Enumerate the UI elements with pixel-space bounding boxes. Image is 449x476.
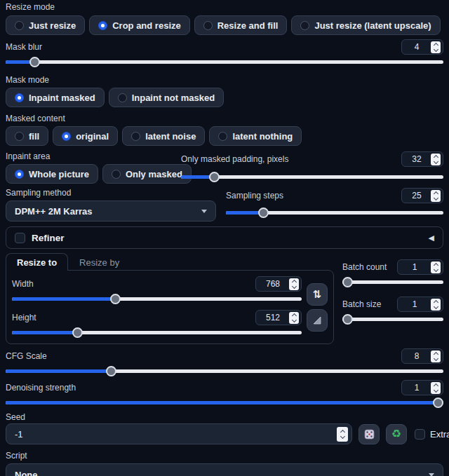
mask-blur-number-input[interactable]: 4 (401, 39, 443, 55)
masked-padding-spinner[interactable] (431, 154, 441, 165)
slider-handle[interactable] (342, 314, 353, 325)
radio-option-whole-picture[interactable]: Whole picture (6, 164, 98, 184)
radio-circle-icon (98, 21, 107, 30)
radio-circle-icon (118, 93, 127, 102)
batch-count-spinner[interactable] (431, 261, 441, 273)
extra-seed-toggle[interactable]: Extra (415, 429, 449, 440)
radio-option-label: Whole picture (29, 169, 89, 179)
script-label: Script (6, 451, 443, 461)
denoising-slider[interactable] (6, 397, 443, 408)
width-slider[interactable] (12, 294, 302, 304)
sampling-steps-spinner[interactable] (431, 190, 441, 202)
tab-resize-to[interactable]: Resize to (6, 253, 68, 271)
masked-padding-slider[interactable] (181, 172, 443, 182)
dice-icon (363, 428, 375, 440)
refiner-checkbox[interactable] (15, 233, 25, 243)
refiner-accordion[interactable]: Refiner ◀ (6, 226, 443, 249)
script-value: None (15, 470, 38, 476)
radio-circle-icon (131, 132, 140, 141)
seed-spinner[interactable] (337, 427, 348, 442)
radio-option-resize-and-fill[interactable]: Resize and fill (194, 15, 288, 35)
batch-size-number-input[interactable]: 1 (397, 297, 443, 312)
height-spinner[interactable] (289, 312, 299, 324)
radio-option-original[interactable]: original (53, 126, 118, 146)
script-dropdown[interactable]: None (6, 463, 443, 476)
height-number-input[interactable]: 512 (255, 310, 302, 325)
cfg-scale-number-input[interactable]: 8 (401, 348, 443, 364)
slider-handle[interactable] (106, 366, 116, 376)
swap-width-height-button[interactable]: ⇅ (307, 283, 328, 306)
slider-handle[interactable] (433, 397, 443, 408)
radio-circle-icon (300, 21, 309, 30)
batch-count-slider[interactable] (342, 277, 443, 287)
spinner-down-icon (433, 266, 438, 271)
radio-option-only-masked[interactable]: Only masked (102, 164, 192, 184)
masked-padding-value: 32 (405, 154, 429, 164)
slider-handle[interactable] (72, 327, 83, 338)
inpaint-settings-panel: Resize mode Just resizeCrop and resizeRe… (0, 0, 449, 476)
slider-handle[interactable] (342, 277, 353, 287)
height-slider[interactable] (12, 327, 302, 338)
mask-mode-label: Mask mode (6, 75, 443, 85)
resize-to-panel: Width 768 Height 512 (6, 270, 334, 344)
width-number-input[interactable]: 768 (255, 276, 302, 292)
sampling-steps-slider[interactable] (226, 208, 443, 218)
extra-label: Extra (430, 429, 449, 440)
refiner-label: Refiner (32, 233, 422, 243)
sampling-steps-number-input[interactable]: 25 (401, 188, 443, 203)
radio-circle-icon (218, 132, 227, 141)
batch-size-slider[interactable] (342, 314, 443, 325)
masked-padding-label: Only masked padding, pixels (181, 154, 288, 164)
seed-input[interactable]: -1 (6, 423, 352, 444)
denoising-strength-label: Denoising strength (6, 383, 76, 393)
random-seed-button[interactable] (358, 424, 380, 444)
slider-handle[interactable] (29, 57, 40, 67)
dimensions-from-image-button[interactable] (307, 309, 328, 332)
spinner-down-icon (433, 304, 438, 308)
mask-blur-slider[interactable] (6, 57, 443, 67)
sampling-steps-value: 25 (405, 191, 429, 200)
spinner-down-icon (291, 283, 296, 288)
denoising-number-input[interactable]: 1 (401, 380, 443, 395)
slider-handle[interactable] (209, 172, 220, 182)
spinner-down-icon (291, 317, 296, 322)
radio-option-label: latent noise (145, 131, 196, 142)
denoising-spinner[interactable] (431, 382, 441, 394)
mask-blur-label: Mask blur (6, 42, 42, 52)
radio-option-just-resize[interactable]: Just resize (6, 15, 85, 35)
reuse-seed-button[interactable]: ♻ (386, 424, 407, 444)
batch-size-spinner[interactable] (431, 299, 441, 311)
cfg-scale-slider[interactable] (6, 366, 443, 376)
spinner-down-icon (433, 355, 438, 360)
radio-option-crop-and-resize[interactable]: Crop and resize (89, 15, 190, 35)
masked-padding-number-input[interactable]: 32 (401, 151, 443, 167)
sampling-method-dropdown[interactable]: DPM++ 2M Karras (6, 200, 216, 222)
spinner-down-icon (433, 46, 438, 51)
accordion-collapse-icon[interactable]: ◀ (429, 233, 434, 243)
sampling-steps-label: Sampling steps (226, 191, 283, 200)
sampling-method-label: Sampling method (6, 188, 216, 198)
extra-checkbox[interactable] (415, 429, 425, 440)
radio-option-inpaint-not-masked[interactable]: Inpaint not masked (109, 88, 224, 107)
slider-fill (6, 401, 443, 404)
radio-option-latent-nothing[interactable]: latent nothing (209, 126, 302, 146)
batch-count-number-input[interactable]: 1 (397, 259, 443, 275)
resize-mode-label: Resize mode (6, 2, 443, 12)
tab-resize-by[interactable]: Resize by (68, 253, 130, 271)
slider-track (6, 401, 443, 404)
slider-handle[interactable] (110, 294, 121, 304)
height-value: 512 (259, 313, 287, 322)
mask-mode-radio-group: Inpaint maskedInpaint not masked (6, 88, 443, 107)
radio-option-just-resize-latent-upscale-[interactable]: Just resize (latent upscale) (291, 15, 440, 35)
radio-option-latent-noise[interactable]: latent noise (122, 126, 205, 146)
radio-option-inpaint-masked[interactable]: Inpaint masked (6, 88, 105, 107)
batch-size-label: Batch size (342, 299, 381, 309)
mask-blur-spinner[interactable] (431, 41, 441, 53)
radio-circle-icon (15, 21, 24, 30)
radio-option-fill[interactable]: fill (6, 126, 48, 146)
width-spinner[interactable] (289, 278, 299, 290)
seed-label: Seed (6, 412, 443, 422)
radio-option-label: Crop and resize (112, 20, 181, 31)
cfg-scale-spinner[interactable] (431, 351, 441, 362)
slider-handle[interactable] (258, 208, 269, 218)
